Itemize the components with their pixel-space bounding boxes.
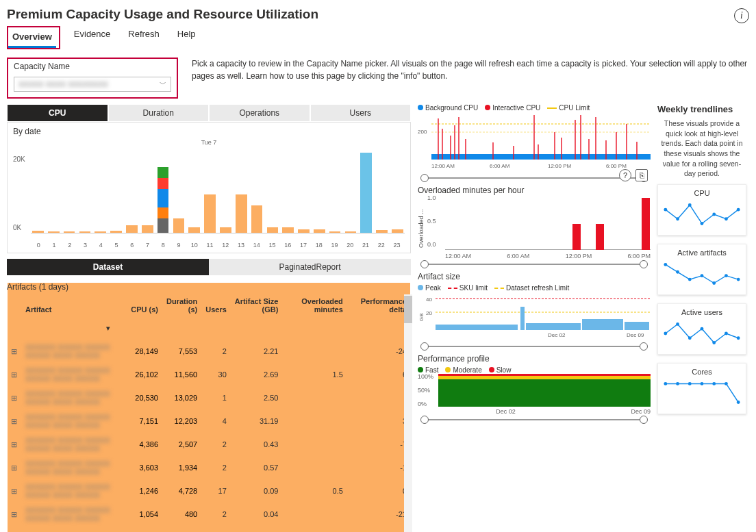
artifact-tabs: Dataset PaginatedReport: [7, 259, 411, 275]
help-icon[interactable]: ?: [619, 169, 631, 181]
svg-point-58: [712, 341, 716, 344]
artifact-tab-dataset[interactable]: Dataset: [7, 259, 209, 275]
legend-int-cpu: Interactive CPU: [492, 104, 540, 112]
by-date-chart[interactable]: 20K 0K 012345678910111213141516171819202…: [13, 139, 405, 249]
metric-tab-cpu[interactable]: CPU: [7, 104, 108, 122]
legend-bg-cpu: Background CPU: [425, 104, 478, 112]
trend-title: Weekly trendlines: [657, 104, 746, 114]
svg-point-65: [712, 382, 716, 385]
svg-point-57: [701, 327, 704, 331]
table-row[interactable]: ⊞XXXXXX XXXXX XXXXXXXXXX XXXX XXXXX26,10…: [7, 363, 411, 386]
metric-tab-operations[interactable]: Operations: [209, 104, 310, 122]
svg-rect-3: [431, 154, 651, 160]
svg-text:6:00 AM: 6:00 AM: [490, 163, 510, 169]
legend-sku: SKU limit: [459, 284, 488, 292]
svg-point-48: [676, 270, 679, 274]
th-artifact[interactable]: Artifact: [21, 294, 124, 316]
table-row[interactable]: ⊞XXXXXX XXXXX XXXXXXXXXX XXXX XXXXX1,246…: [7, 479, 411, 503]
legend-refresh-limit: Dataset refresh Limit: [506, 284, 569, 292]
by-date-title: By date: [13, 127, 405, 136]
trend-desc: These visuals provide a quick look at hi…: [657, 118, 746, 179]
svg-rect-37: [625, 322, 649, 330]
svg-point-42: [688, 203, 692, 207]
expand-icon[interactable]: ⊞: [7, 503, 21, 526]
th-overloaded[interactable]: Overloaded minutes: [282, 294, 346, 316]
expand-icon[interactable]: ⊞: [7, 479, 21, 503]
svg-rect-35: [526, 323, 581, 330]
artifact-size-chart[interactable]: GB 40 20 Dec 02 Dec 09: [418, 292, 651, 342]
overloaded-slider[interactable]: [422, 264, 646, 265]
svg-point-67: [737, 401, 740, 404]
th-size[interactable]: Artifact Size (GB): [231, 294, 283, 316]
tab-evidence[interactable]: Evidence: [70, 26, 114, 49]
trend-card-cores[interactable]: Cores: [657, 363, 746, 414]
svg-text:Dec 02: Dec 02: [548, 332, 566, 338]
svg-point-64: [701, 382, 704, 385]
metric-tab-duration[interactable]: Duration: [108, 104, 210, 122]
trend-card-active-artifacts[interactable]: Active artifacts: [657, 244, 746, 295]
tab-overview[interactable]: Overview: [8, 29, 56, 48]
expand-icon[interactable]: ⊞: [7, 340, 21, 363]
th-cpu[interactable]: CPU (s): [124, 294, 162, 316]
metric-tabs: CPU Duration Operations Users: [7, 104, 411, 122]
svg-text:Dec 09: Dec 09: [627, 332, 644, 338]
performance-panel: Performance profile Fast Moderate Slow 1…: [418, 354, 651, 420]
cpu-timeline-chart[interactable]: 200: [418, 112, 651, 173]
capacity-select[interactable]: XXXXX XXXX XXXXXXXX ﹀: [14, 77, 171, 92]
artifact-size-slider[interactable]: [422, 346, 646, 347]
artifacts-title: Artifacts (1 days): [7, 282, 411, 292]
tab-refresh[interactable]: Refresh: [124, 26, 164, 49]
artifact-tab-paginated[interactable]: PaginatedReport: [209, 259, 411, 275]
expand-icon[interactable]: ⊞: [7, 409, 21, 433]
info-icon[interactable]: i: [734, 8, 749, 23]
table-row[interactable]: ⊞XXXXXX XXXXX XXXXXXXXXX XXXX XXXXX3,603…: [7, 456, 411, 479]
svg-rect-36: [582, 319, 623, 330]
svg-rect-34: [520, 307, 525, 330]
svg-point-46: [737, 208, 740, 212]
artifact-size-title: Artifact size: [418, 272, 651, 281]
svg-point-44: [712, 213, 716, 216]
svg-point-54: [664, 332, 667, 335]
capacity-value: XXXXX XXXX XXXXXXXX: [18, 80, 108, 88]
perf-chart[interactable]: 100% 50% 0% Dec 02Dec 09: [418, 374, 651, 415]
capacity-label: Capacity Name: [14, 62, 171, 71]
metric-tab-users[interactable]: Users: [310, 104, 412, 122]
expand-icon[interactable]: ⊞: [7, 386, 21, 409]
svg-point-66: [724, 382, 728, 385]
expand-icon[interactable]: ⊞: [7, 363, 21, 386]
svg-point-53: [737, 278, 740, 281]
svg-point-52: [724, 274, 728, 277]
trend-card-title: Cores: [662, 368, 742, 376]
trend-card-active-users[interactable]: Active users: [657, 303, 746, 355]
artifacts-table: Artifact CPU (s) Duration (s) Users Arti…: [7, 294, 411, 532]
th-duration[interactable]: Duration (s): [162, 294, 201, 316]
svg-point-49: [688, 278, 692, 281]
copy-icon[interactable]: ⎘: [635, 169, 648, 181]
expand-icon[interactable]: ⊞: [7, 433, 21, 456]
tab-help[interactable]: Help: [173, 26, 200, 49]
table-row[interactable]: ⊞XXXXXX XXXXX XXXXXXXXXX XXXX XXXXX1,054…: [7, 503, 411, 526]
overloaded-panel: Overloaded minutes per hour Overloaded .…: [418, 186, 651, 265]
perf-title: Performance profile: [418, 354, 651, 364]
table-row[interactable]: ⊞XXXXXX XXXXX XXXXXXXXXX XXXX XXXXX4,386…: [7, 433, 411, 456]
perf-slider[interactable]: [422, 419, 646, 420]
svg-point-56: [688, 336, 692, 340]
svg-rect-33: [436, 325, 518, 330]
chevron-down-icon: ﹀: [160, 79, 166, 89]
table-row[interactable]: ⊞XXXXXX XXXXX XXXXXXXXXX XXXX XXXXX7,151…: [7, 409, 411, 433]
expand-icon[interactable]: ⊞: [7, 456, 21, 479]
trend-card-cpu[interactable]: CPU: [657, 184, 746, 236]
svg-text:12:00 AM: 12:00 AM: [431, 163, 455, 169]
svg-point-60: [737, 336, 740, 340]
trend-card-title: Active artifacts: [662, 249, 742, 257]
cpu-timeline-panel: Background CPU Interactive CPU CPU Limit…: [418, 104, 651, 179]
svg-text:200: 200: [418, 129, 427, 135]
table-row[interactable]: ⊞XXXXXX XXXXX XXXXXXXXXX XXXX XXXXX20,53…: [7, 386, 411, 409]
th-users[interactable]: Users: [201, 294, 231, 316]
table-scrollbar[interactable]: [404, 294, 412, 532]
table-row[interactable]: ⊞XXXXXX XXXXX XXXXXXXXXX XXXX XXXXX28,14…: [7, 340, 411, 363]
overloaded-chart[interactable]: Overloaded ... 1.0 0.5 0.0: [418, 198, 651, 259]
cpu-range-slider[interactable]: [422, 177, 646, 179]
th-perf[interactable]: Performance delta: [347, 294, 411, 316]
svg-point-55: [676, 322, 679, 326]
